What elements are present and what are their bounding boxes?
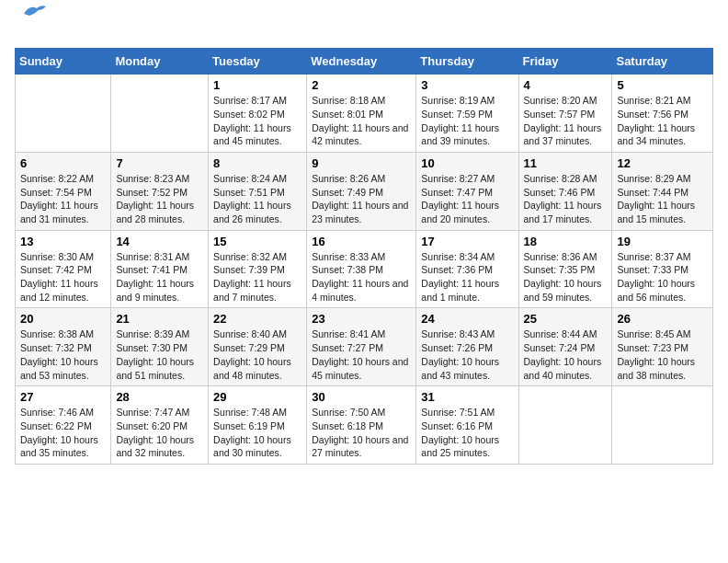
calendar-cell: 6Sunrise: 8:22 AM Sunset: 7:54 PM Daylig…: [16, 152, 111, 230]
calendar-cell: 14Sunrise: 8:31 AM Sunset: 7:41 PM Dayli…: [111, 230, 209, 308]
day-info: Sunrise: 8:21 AM Sunset: 7:56 PM Dayligh…: [617, 94, 708, 148]
day-info: Sunrise: 7:47 AM Sunset: 6:20 PM Dayligh…: [116, 406, 203, 460]
calendar-cell: [518, 386, 612, 465]
day-info: Sunrise: 8:40 AM Sunset: 7:29 PM Dayligh…: [213, 327, 301, 382]
day-number: 9: [312, 156, 411, 170]
day-number: 25: [524, 312, 608, 326]
calendar-table: SundayMondayTuesdayWednesdayThursdayFrid…: [15, 48, 713, 465]
day-number: 28: [116, 390, 203, 404]
calendar-cell: 17Sunrise: 8:34 AM Sunset: 7:36 PM Dayli…: [416, 230, 518, 308]
col-header-sunday: Sunday: [16, 49, 111, 75]
calendar-cell: 19Sunrise: 8:37 AM Sunset: 7:33 PM Dayli…: [612, 230, 713, 308]
calendar-cell: 5Sunrise: 8:21 AM Sunset: 7:56 PM Daylig…: [612, 75, 713, 153]
day-number: 2: [312, 78, 411, 92]
day-info: Sunrise: 8:39 AM Sunset: 7:30 PM Dayligh…: [116, 327, 203, 382]
calendar-cell: [16, 75, 111, 153]
col-header-friday: Friday: [518, 49, 612, 75]
week-row-4: 20Sunrise: 8:38 AM Sunset: 7:32 PM Dayli…: [16, 308, 713, 386]
day-info: Sunrise: 8:20 AM Sunset: 7:57 PM Dayligh…: [524, 94, 608, 148]
day-number: 13: [20, 235, 106, 248]
day-info: Sunrise: 8:38 AM Sunset: 7:32 PM Dayligh…: [20, 327, 106, 382]
day-number: 8: [213, 156, 301, 170]
day-number: 16: [312, 235, 411, 248]
day-info: Sunrise: 7:50 AM Sunset: 6:18 PM Dayligh…: [312, 406, 411, 460]
calendar-cell: [111, 75, 209, 153]
day-info: Sunrise: 8:32 AM Sunset: 7:39 PM Dayligh…: [213, 250, 301, 304]
day-number: 5: [617, 78, 708, 92]
col-header-monday: Monday: [111, 49, 209, 75]
calendar-cell: 23Sunrise: 8:41 AM Sunset: 7:27 PM Dayli…: [307, 308, 416, 386]
day-number: 17: [421, 235, 513, 248]
day-number: 26: [617, 312, 708, 326]
day-number: 15: [213, 235, 301, 248]
calendar-cell: 22Sunrise: 8:40 AM Sunset: 7:29 PM Dayli…: [209, 308, 307, 386]
day-number: 24: [421, 312, 513, 326]
calendar-cell: 20Sunrise: 8:38 AM Sunset: 7:32 PM Dayli…: [16, 308, 111, 386]
calendar-cell: 2Sunrise: 8:18 AM Sunset: 8:01 PM Daylig…: [307, 75, 416, 153]
day-info: Sunrise: 8:19 AM Sunset: 7:59 PM Dayligh…: [421, 94, 513, 148]
day-number: 18: [524, 235, 608, 248]
day-info: Sunrise: 7:48 AM Sunset: 6:19 PM Dayligh…: [213, 406, 301, 460]
week-row-2: 6Sunrise: 8:22 AM Sunset: 7:54 PM Daylig…: [16, 152, 713, 230]
calendar-cell: 1Sunrise: 8:17 AM Sunset: 8:02 PM Daylig…: [209, 75, 307, 153]
day-info: Sunrise: 8:29 AM Sunset: 7:44 PM Dayligh…: [617, 172, 708, 226]
calendar-cell: 28Sunrise: 7:47 AM Sunset: 6:20 PM Dayli…: [111, 386, 209, 465]
day-info: Sunrise: 8:33 AM Sunset: 7:38 PM Dayligh…: [312, 250, 411, 304]
day-info: Sunrise: 8:18 AM Sunset: 8:01 PM Dayligh…: [312, 94, 411, 148]
calendar-cell: 21Sunrise: 8:39 AM Sunset: 7:30 PM Dayli…: [111, 308, 209, 386]
week-row-3: 13Sunrise: 8:30 AM Sunset: 7:42 PM Dayli…: [16, 230, 713, 308]
day-number: 14: [116, 235, 203, 248]
col-header-thursday: Thursday: [416, 49, 518, 75]
day-info: Sunrise: 8:24 AM Sunset: 7:51 PM Dayligh…: [213, 172, 301, 226]
day-number: 6: [20, 156, 106, 170]
calendar-cell: [612, 386, 713, 465]
calendar-cell: 18Sunrise: 8:36 AM Sunset: 7:35 PM Dayli…: [518, 230, 612, 308]
day-number: 30: [312, 390, 411, 404]
col-header-tuesday: Tuesday: [209, 49, 307, 75]
day-info: Sunrise: 8:26 AM Sunset: 7:49 PM Dayligh…: [312, 172, 411, 226]
calendar-cell: 12Sunrise: 8:29 AM Sunset: 7:44 PM Dayli…: [612, 152, 713, 230]
calendar-cell: 7Sunrise: 8:23 AM Sunset: 7:52 PM Daylig…: [111, 152, 209, 230]
week-row-5: 27Sunrise: 7:46 AM Sunset: 6:22 PM Dayli…: [16, 386, 713, 465]
calendar-cell: 13Sunrise: 8:30 AM Sunset: 7:42 PM Dayli…: [16, 230, 111, 308]
day-number: 19: [617, 235, 708, 248]
calendar-cell: 27Sunrise: 7:46 AM Sunset: 6:22 PM Dayli…: [16, 386, 111, 465]
day-info: Sunrise: 8:27 AM Sunset: 7:47 PM Dayligh…: [421, 172, 513, 226]
day-number: 31: [421, 390, 513, 404]
logo: [15, 15, 46, 37]
day-info: Sunrise: 8:36 AM Sunset: 7:35 PM Dayligh…: [524, 250, 608, 304]
day-info: Sunrise: 8:31 AM Sunset: 7:41 PM Dayligh…: [116, 250, 203, 304]
day-number: 1: [213, 78, 301, 92]
day-info: Sunrise: 8:41 AM Sunset: 7:27 PM Dayligh…: [312, 327, 411, 382]
day-info: Sunrise: 7:51 AM Sunset: 6:16 PM Dayligh…: [421, 406, 513, 460]
calendar-cell: 31Sunrise: 7:51 AM Sunset: 6:16 PM Dayli…: [416, 386, 518, 465]
calendar-cell: 25Sunrise: 8:44 AM Sunset: 7:24 PM Dayli…: [518, 308, 612, 386]
day-info: Sunrise: 8:37 AM Sunset: 7:33 PM Dayligh…: [617, 250, 708, 304]
day-info: Sunrise: 8:34 AM Sunset: 7:36 PM Dayligh…: [421, 250, 513, 304]
day-number: 29: [213, 390, 301, 404]
day-number: 4: [524, 78, 608, 92]
day-number: 11: [524, 156, 608, 170]
day-info: Sunrise: 8:30 AM Sunset: 7:42 PM Dayligh…: [20, 250, 106, 304]
day-info: Sunrise: 8:43 AM Sunset: 7:26 PM Dayligh…: [421, 327, 513, 382]
day-info: Sunrise: 7:46 AM Sunset: 6:22 PM Dayligh…: [20, 406, 106, 460]
day-info: Sunrise: 8:23 AM Sunset: 7:52 PM Dayligh…: [116, 172, 203, 226]
calendar-cell: 30Sunrise: 7:50 AM Sunset: 6:18 PM Dayli…: [307, 386, 416, 465]
day-number: 12: [617, 156, 708, 170]
calendar-cell: 3Sunrise: 8:19 AM Sunset: 7:59 PM Daylig…: [416, 75, 518, 153]
calendar-cell: 16Sunrise: 8:33 AM Sunset: 7:38 PM Dayli…: [307, 230, 416, 308]
day-info: Sunrise: 8:17 AM Sunset: 8:02 PM Dayligh…: [213, 94, 301, 148]
day-info: Sunrise: 8:45 AM Sunset: 7:23 PM Dayligh…: [617, 327, 708, 382]
page-header: [15, 15, 713, 37]
day-number: 7: [116, 156, 203, 170]
day-number: 21: [116, 312, 203, 326]
calendar-cell: 29Sunrise: 7:48 AM Sunset: 6:19 PM Dayli…: [209, 386, 307, 465]
calendar-cell: 10Sunrise: 8:27 AM Sunset: 7:47 PM Dayli…: [416, 152, 518, 230]
day-number: 27: [20, 390, 106, 404]
day-number: 22: [213, 312, 301, 326]
calendar-cell: 11Sunrise: 8:28 AM Sunset: 7:46 PM Dayli…: [518, 152, 612, 230]
col-header-saturday: Saturday: [612, 49, 713, 75]
calendar-cell: 9Sunrise: 8:26 AM Sunset: 7:49 PM Daylig…: [307, 152, 416, 230]
day-number: 23: [312, 312, 411, 326]
col-header-wednesday: Wednesday: [307, 49, 416, 75]
